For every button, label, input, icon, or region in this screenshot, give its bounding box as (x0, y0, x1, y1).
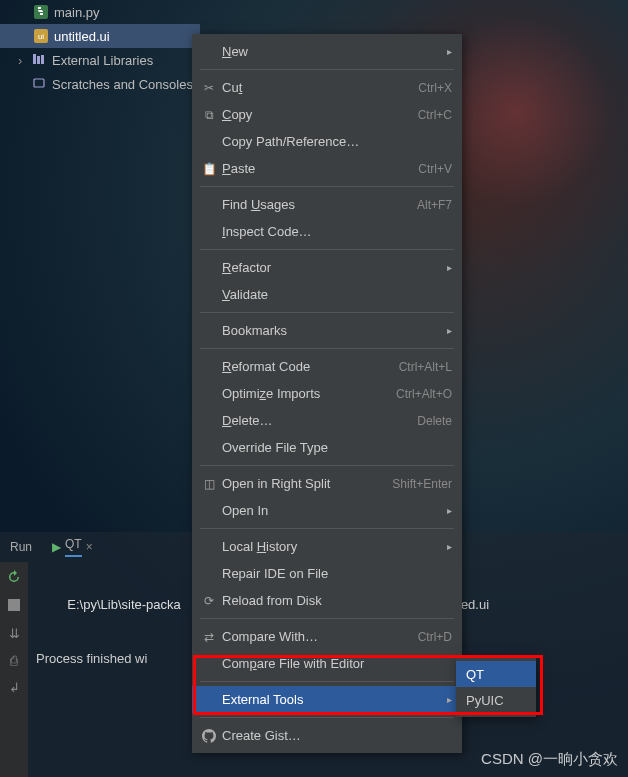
svg-rect-4 (8, 599, 20, 611)
external-tools-submenu: QT PyUIC (456, 657, 536, 717)
tree-external-libraries[interactable]: › External Libraries (0, 48, 200, 72)
copy-icon: ⧉ (200, 108, 218, 122)
svg-rect-1 (37, 56, 40, 64)
svg-rect-3 (34, 79, 44, 87)
console-line-suffix: led.ui (458, 597, 489, 612)
paste-icon: 📋 (200, 162, 218, 176)
tree-node-label: Scratches and Consoles (52, 77, 193, 92)
menu-refactor[interactable]: Refactor▸ (192, 254, 462, 281)
svg-rect-0 (33, 54, 36, 64)
scratches-icon (32, 76, 46, 92)
tree-file-untitled-ui[interactable]: ui untitled.ui (0, 24, 200, 48)
menu-compare-with[interactable]: ⇄Compare With…Ctrl+D (192, 623, 462, 650)
menu-separator (200, 312, 454, 313)
menu-separator (200, 348, 454, 349)
tree-scratches[interactable]: Scratches and Consoles (0, 72, 200, 96)
menu-inspect-code[interactable]: Inspect Code… (192, 218, 462, 245)
close-tab-icon[interactable]: × (86, 540, 93, 554)
compare-icon: ⇄ (200, 630, 218, 644)
menu-bookmarks[interactable]: Bookmarks▸ (192, 317, 462, 344)
console-line: E:\py\Lib\site-packa (67, 597, 180, 612)
menu-separator (200, 717, 454, 718)
menu-override-file-type[interactable]: Override File Type (192, 434, 462, 461)
rerun-icon[interactable] (7, 570, 21, 587)
project-tree: main.py ui untitled.ui › External Librar… (0, 0, 200, 96)
chevron-right-icon: ▸ (447, 694, 452, 705)
menu-open-in[interactable]: Open In▸ (192, 497, 462, 524)
menu-external-tools[interactable]: External Tools▸ (192, 686, 462, 713)
menu-separator (200, 465, 454, 466)
menu-find-usages[interactable]: Find UsagesAlt+F7 (192, 191, 462, 218)
svg-rect-2 (41, 55, 44, 64)
tree-file-main[interactable]: main.py (0, 0, 200, 24)
menu-open-split[interactable]: ◫Open in Right SplitShift+Enter (192, 470, 462, 497)
menu-reload-disk[interactable]: ⟳Reload from Disk (192, 587, 462, 614)
python-file-icon (34, 5, 48, 19)
reload-icon: ⟳ (200, 594, 218, 608)
run-side-toolbar: ⇊ ⎙ ↲ (0, 562, 28, 777)
watermark: CSDN @一晌小贪欢 (481, 750, 618, 769)
github-icon (200, 729, 218, 743)
tree-file-label: main.py (54, 5, 100, 20)
menu-delete[interactable]: Delete…Delete (192, 407, 462, 434)
context-menu: New▸ ✂CutCtrl+X ⧉CopyCtrl+C Copy Path/Re… (192, 34, 462, 753)
menu-local-history[interactable]: Local History▸ (192, 533, 462, 560)
menu-separator (200, 69, 454, 70)
menu-separator (200, 618, 454, 619)
chevron-right-icon: ▸ (447, 505, 452, 516)
menu-compare-editor[interactable]: Compare File with Editor (192, 650, 462, 677)
tree-node-label: External Libraries (52, 53, 153, 68)
menu-reformat[interactable]: Reformat CodeCtrl+Alt+L (192, 353, 462, 380)
tree-file-label: untitled.ui (54, 29, 110, 44)
scroll-icon[interactable]: ⇊ (9, 626, 20, 641)
run-tab-label[interactable]: Run (0, 540, 42, 554)
print-icon[interactable]: ⎙ (10, 653, 18, 668)
chevron-right-icon: › (18, 53, 26, 68)
library-icon (32, 52, 46, 68)
cut-icon: ✂ (200, 81, 218, 95)
menu-repair-ide[interactable]: Repair IDE on File (192, 560, 462, 587)
run-config-tab-qt[interactable]: QT (65, 537, 82, 557)
menu-new[interactable]: New▸ (192, 38, 462, 65)
stop-icon[interactable] (8, 599, 20, 614)
chevron-right-icon: ▸ (447, 325, 452, 336)
menu-separator (200, 528, 454, 529)
menu-separator (200, 249, 454, 250)
menu-copy-path[interactable]: Copy Path/Reference… (192, 128, 462, 155)
menu-optimize-imports[interactable]: Optimize ImportsCtrl+Alt+O (192, 380, 462, 407)
chevron-right-icon: ▸ (447, 541, 452, 552)
menu-separator (200, 186, 454, 187)
split-icon: ◫ (200, 477, 218, 491)
soft-wrap-icon[interactable]: ↲ (9, 680, 20, 695)
submenu-qt[interactable]: QT (456, 661, 536, 687)
play-icon[interactable]: ▶ (52, 540, 61, 554)
menu-copy[interactable]: ⧉CopyCtrl+C (192, 101, 462, 128)
chevron-right-icon: ▸ (447, 46, 452, 57)
submenu-pyuic[interactable]: PyUIC (456, 687, 536, 713)
ui-file-icon: ui (34, 29, 48, 43)
menu-cut[interactable]: ✂CutCtrl+X (192, 74, 462, 101)
menu-validate[interactable]: Validate (192, 281, 462, 308)
menu-separator (200, 681, 454, 682)
chevron-right-icon: ▸ (447, 262, 452, 273)
menu-create-gist[interactable]: Create Gist… (192, 722, 462, 749)
menu-paste[interactable]: 📋PasteCtrl+V (192, 155, 462, 182)
